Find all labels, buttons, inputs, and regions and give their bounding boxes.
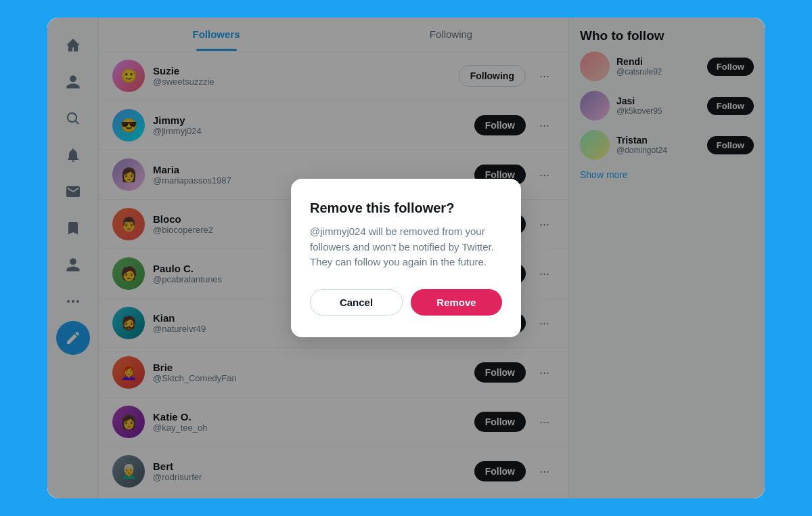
main-container: Followers Following 🙂 Suzie @sweetsuzzzi… xyxy=(47,18,765,498)
modal-body: @jimmyj024 will be removed from your fol… xyxy=(310,224,502,270)
cancel-button[interactable]: Cancel xyxy=(310,289,403,316)
modal-actions: Cancel Remove xyxy=(310,289,502,316)
remove-follower-modal: Remove this follower? @jimmyj024 will be… xyxy=(291,179,521,337)
modal-title: Remove this follower? xyxy=(310,200,502,216)
remove-button[interactable]: Remove xyxy=(411,289,502,316)
modal-overlay: Remove this follower? @jimmyj024 will be… xyxy=(47,18,765,498)
